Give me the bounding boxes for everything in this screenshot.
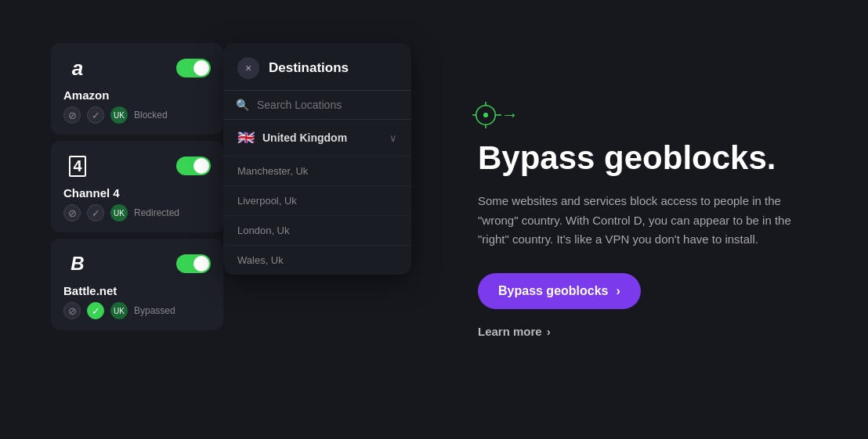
app-cards: a Amazon ⊘ ✓ UK Blocked 4 Channel 4 — [51, 43, 223, 336]
page-description: Some websites and services block access … — [478, 192, 791, 250]
channel4-icon: 4 — [63, 152, 92, 180]
battlenet-status: Bypassed — [134, 305, 175, 316]
learn-more-arrow-icon: › — [547, 325, 551, 338]
channel4-status: Redirected — [134, 207, 179, 218]
amazon-name: Amazon — [63, 88, 211, 102]
amazon-toggle[interactable] — [176, 59, 211, 77]
bypass-arrow-icon: › — [617, 284, 620, 298]
arrow-right-icon: → — [501, 105, 519, 125]
city-manchester[interactable]: Manchester, Uk — [223, 156, 411, 185]
svg-point-1 — [483, 113, 488, 117]
battlenet-name: Battle.net — [63, 284, 211, 297]
left-section: a Amazon ⊘ ✓ UK Blocked 4 Channel 4 — [0, 0, 439, 439]
amazon-card: a Amazon ⊘ ✓ UK Blocked — [51, 43, 223, 135]
bypass-geoblocks-button[interactable]: Bypass geoblocks › — [478, 273, 641, 309]
chevron-down-icon: ∨ — [389, 132, 397, 144]
learn-more-label: Learn more — [478, 325, 542, 338]
channel4-toggle[interactable] — [176, 157, 211, 175]
city-wales[interactable]: Wales, Uk — [223, 245, 411, 275]
page-heading: Bypass geoblocks. — [478, 140, 829, 176]
search-input[interactable] — [257, 99, 399, 111]
amazon-block-icon[interactable]: ⊘ — [63, 106, 81, 124]
search-bar[interactable]: 🔍 — [223, 90, 411, 120]
amazon-extra: UK — [110, 106, 128, 124]
uk-flag: 🇬🇧 — [237, 129, 255, 146]
target-icon-area: → — [470, 99, 519, 131]
amazon-check-icon[interactable]: ✓ — [87, 106, 104, 124]
crosshair-icon — [470, 99, 501, 131]
battlenet-check-icon[interactable]: ✓ — [87, 302, 104, 319]
destinations-panel: × Destinations 🔍 🇬🇧 United Kingdom ∨ Man… — [223, 43, 411, 275]
destinations-header: × Destinations — [223, 43, 411, 90]
search-icon: 🔍 — [236, 99, 249, 111]
channel4-block-icon[interactable]: ⊘ — [63, 204, 81, 221]
uk-name: United Kingdom — [262, 131, 347, 144]
battlenet-card: B Battle.net ⊘ ✓ UK Bypassed — [51, 239, 223, 330]
battlenet-toggle[interactable] — [176, 254, 211, 273]
channel4-name: Channel 4 — [63, 186, 211, 200]
channel4-extra: UK — [110, 204, 128, 221]
city-liverpool[interactable]: Liverpool, Uk — [223, 185, 411, 215]
battlenet-icon: B — [63, 250, 92, 278]
right-section: → Bypass geoblocks. Some websites and se… — [439, 77, 868, 362]
channel4-card: 4 Channel 4 ⊘ ✓ UK Redirected — [51, 141, 223, 232]
country-item-uk[interactable]: 🇬🇧 United Kingdom ∨ — [223, 120, 411, 156]
country-left: 🇬🇧 United Kingdom — [237, 129, 347, 146]
close-button[interactable]: × — [237, 57, 259, 79]
destinations-title: Destinations — [269, 60, 349, 76]
learn-more-link[interactable]: Learn more › — [478, 325, 829, 338]
amazon-status: Blocked — [134, 110, 168, 121]
city-london[interactable]: London, Uk — [223, 215, 411, 245]
amazon-icon: a — [63, 54, 92, 82]
bypass-button-label: Bypass geoblocks — [498, 284, 609, 298]
close-icon: × — [245, 62, 251, 74]
battlenet-block-icon[interactable]: ⊘ — [63, 302, 81, 319]
battlenet-extra: UK — [110, 302, 128, 319]
channel4-check-icon[interactable]: ✓ — [87, 204, 104, 221]
